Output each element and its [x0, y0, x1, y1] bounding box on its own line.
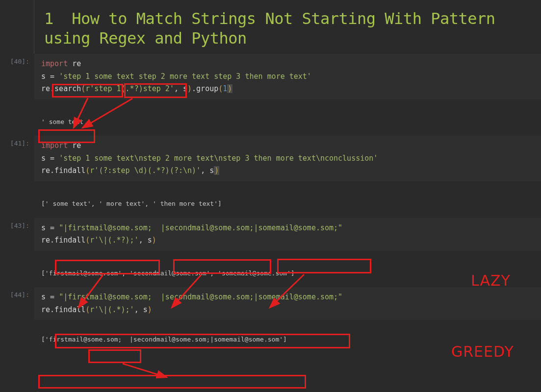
code-cell: [41]: import re s = 'step 1 some text\ns… [0, 136, 541, 181]
output-text: ' some text ' [41, 117, 534, 127]
cell-output: ['firstmail@some.som', 'secondmail@some.… [34, 251, 541, 288]
cell-prompt: [41]: [0, 136, 34, 181]
code-input[interactable]: s = "|firstmail@some.som; |secondmail@so… [34, 287, 541, 320]
output-text: [' some text', ' more text', ' then more… [41, 199, 534, 209]
output-cell: ['firstmail@some.som; |secondmail@some.s… [0, 320, 541, 354]
cell-output: [' some text', ' more text', ' then more… [34, 181, 541, 218]
title-text: How to Match Strings Not Starting With P… [44, 9, 495, 48]
heading-gutter [0, 0, 34, 54]
code-cell: [43]: s = "|firstmail@some.som; |secondm… [0, 218, 541, 251]
cell-output: ' some text ' [34, 99, 541, 136]
annotation-box [38, 375, 306, 389]
cell-prompt: [44]: [0, 287, 34, 320]
code-cell: [40]: import re s = 'step 1 some text st… [0, 54, 541, 99]
output-text: ['firstmail@some.som; |secondmail@some.s… [41, 335, 534, 345]
svg-line-5 [123, 364, 167, 377]
title-number: 1 [44, 9, 53, 28]
output-cell: ' some text ' [0, 99, 541, 136]
cell-prompt: [43]: [0, 218, 34, 251]
code-input[interactable]: import re s = 'step 1 some text step 2 m… [34, 54, 541, 99]
cell-output: ['firstmail@some.som; |secondmail@some.s… [34, 320, 541, 354]
output-cell: ['firstmail@some.som', 'secondmail@some.… [0, 251, 541, 288]
code-cell: [44]: s = "|firstmail@some.som; |secondm… [0, 287, 541, 320]
cell-prompt: [40]: [0, 54, 34, 99]
code-input[interactable]: import re s = 'step 1 some text\nstep 2 … [34, 136, 541, 181]
code-input[interactable]: s = "|firstmail@some.som; |secondmail@so… [34, 218, 541, 251]
output-cell: [' some text', ' more text', ' then more… [0, 181, 541, 218]
output-text: ['firstmail@some.som', 'secondmail@some.… [41, 269, 534, 279]
page-title: 1 How to Match Strings Not Starting With… [44, 9, 531, 48]
